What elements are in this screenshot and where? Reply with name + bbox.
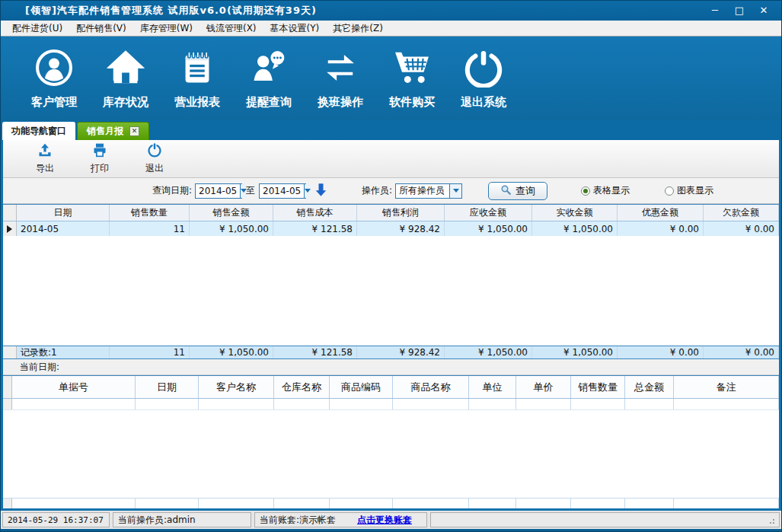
print-button[interactable]: 打印: [78, 142, 122, 176]
app-window: [领智]汽车配件销售管理系统 试用版v6.0(试用期还有39天) ─ □ ✕ 配…: [0, 0, 782, 532]
tab-label: 功能导航窗口: [11, 125, 66, 138]
menu-parts-sales[interactable]: 配件销售(V): [69, 21, 133, 36]
date-to-select[interactable]: 2014-05: [259, 183, 306, 199]
toolbar-customer-mgmt[interactable]: 客户管理: [22, 48, 86, 110]
cell-profit: ¥ 928.42: [357, 221, 445, 236]
toolbar-reminder-query[interactable]: 提醒查询: [237, 48, 301, 110]
user-icon: [34, 48, 74, 91]
col-header[interactable]: 单位: [469, 376, 516, 398]
print-label: 打印: [91, 162, 109, 175]
exit-button[interactable]: 退出: [132, 142, 177, 176]
empty-cell: [136, 399, 199, 409]
col-header[interactable]: 单价: [516, 376, 571, 398]
summary-row: 记录数:1 11 ¥ 1,050.00 ¥ 121.58 ¥ 928.42 ¥ …: [3, 346, 779, 359]
empty-cell: [199, 399, 274, 409]
col-header[interactable]: 仓库名称: [274, 376, 330, 398]
toolbar-inventory-status[interactable]: 库存状况: [94, 48, 158, 110]
col-header[interactable]: 销售数量: [110, 205, 190, 221]
col-header[interactable]: 日期: [17, 205, 110, 221]
col-header[interactable]: 实收金额: [532, 205, 618, 221]
cell-date: 2014-05: [17, 221, 110, 236]
col-header[interactable]: 客户名称: [199, 376, 274, 398]
empty-cell: [516, 399, 571, 409]
search-button[interactable]: 查询: [488, 182, 547, 200]
toolbar-label: 客户管理: [31, 95, 77, 110]
col-header[interactable]: 销售数量: [571, 376, 625, 398]
main-toolbar: 客户管理 库存状况 营业报表 提醒查询 换班操作: [1, 37, 781, 120]
toolbar-software-purchase[interactable]: 软件购买: [380, 48, 444, 110]
col-header[interactable]: 备注: [674, 376, 779, 398]
empty-cell: [625, 399, 674, 409]
tab-function-nav[interactable]: 功能导航窗口: [2, 122, 75, 140]
menu-inventory[interactable]: 库存管理(W): [133, 21, 199, 36]
radio-table-view[interactable]: 表格显示: [581, 184, 630, 197]
resize-grip-icon[interactable]: [768, 517, 774, 524]
summary-profit: ¥ 928.42: [357, 346, 445, 358]
col-header[interactable]: 销售金额: [190, 205, 273, 221]
chevron-down-icon[interactable]: [449, 184, 461, 198]
empty-cell: [136, 499, 199, 508]
cart-icon: [392, 48, 432, 91]
switch-account-link[interactable]: 点击更换账套: [357, 514, 412, 527]
menu-settings[interactable]: 基本设置(Y): [263, 21, 327, 36]
window-bottom-edge: [1, 529, 781, 532]
col-header[interactable]: 总金额: [625, 376, 674, 398]
monthly-report-grid: 日期 销售数量 销售金额 销售成本 销售利润 应收金额 实收金额 优惠金额 欠款…: [3, 204, 779, 359]
summary-receivable: ¥ 1,050.00: [445, 346, 532, 358]
maximize-button[interactable]: □: [731, 4, 748, 18]
export-button[interactable]: 导出: [23, 142, 67, 176]
empty-cell: [674, 499, 779, 508]
window-title: [领智]汽车配件销售管理系统 试用版v6.0(试用期还有39天): [1, 4, 317, 18]
print-icon: [92, 142, 107, 161]
toolbar-exit-system[interactable]: 退出系统: [452, 48, 515, 110]
tab-close-icon[interactable]: ✕: [129, 126, 139, 136]
table-row[interactable]: 2014-05 11 ¥ 1,050.00 ¥ 121.58 ¥ 928.42 …: [3, 221, 779, 236]
date-from-value: 2014-05: [196, 186, 240, 196]
menu-other[interactable]: 其它操作(Z): [326, 21, 390, 36]
col-header[interactable]: 日期: [136, 376, 199, 398]
cell-cost: ¥ 121.58: [273, 221, 357, 236]
to-label: 至: [246, 184, 255, 197]
blue-down-arrow-icon: [315, 183, 327, 199]
empty-cell: [469, 499, 516, 508]
status-bar: 2014-05-29 16:37:07 当前操作员:admin 当前账套:演示帐…: [1, 511, 781, 529]
radio-chart-view[interactable]: 图表显示: [665, 184, 713, 197]
empty-cell: [516, 499, 571, 508]
menu-cashflow[interactable]: 钱流管理(X): [199, 21, 263, 36]
export-icon: [37, 142, 53, 161]
col-header[interactable]: 销售利润: [357, 205, 445, 221]
toolbar-label: 退出系统: [461, 95, 506, 110]
home-icon: [106, 48, 145, 91]
empty-cell: [12, 499, 136, 508]
toolbar-label: 软件购买: [389, 95, 435, 110]
export-label: 导出: [36, 162, 54, 175]
menu-parts-purchase[interactable]: 配件进货(U): [5, 21, 69, 36]
summary-qty: 11: [110, 346, 190, 358]
toolbar-business-report[interactable]: 营业报表: [165, 48, 229, 110]
summary-selector-cell: [3, 346, 17, 358]
col-header[interactable]: 销售成本: [273, 205, 357, 221]
radio-icon: [581, 186, 590, 196]
cell-discount: ¥ 0.00: [618, 221, 704, 236]
empty-cell: [199, 499, 274, 508]
status-empty-segment: [430, 512, 780, 527]
minimize-button[interactable]: ─: [707, 4, 723, 18]
status-account: 当前账套:演示帐套 点击更换账套: [254, 512, 427, 527]
col-header[interactable]: 商品名称: [393, 376, 469, 398]
detail-footer-row: [3, 498, 779, 508]
col-header[interactable]: 应收金额: [445, 205, 532, 221]
date-from-select[interactable]: 2014-05: [195, 183, 242, 199]
toolbar-shift-change[interactable]: 换班操作: [308, 48, 372, 110]
empty-cell: [330, 399, 393, 409]
col-header[interactable]: 商品编码: [330, 376, 393, 398]
report-toolbar: 导出 打印 退出: [3, 140, 779, 178]
col-header[interactable]: 优惠金额: [618, 205, 704, 221]
close-button[interactable]: ✕: [755, 4, 772, 18]
col-header[interactable]: 欠款金额: [704, 205, 779, 221]
col-header[interactable]: 单据号: [12, 376, 136, 398]
selector-header-cell: [3, 205, 17, 221]
chevron-down-icon[interactable]: [304, 184, 311, 198]
tab-sales-monthly-report[interactable]: 销售月报 ✕: [77, 122, 149, 140]
operator-select[interactable]: 所有操作员: [395, 183, 462, 199]
empty-cell: [330, 499, 393, 508]
